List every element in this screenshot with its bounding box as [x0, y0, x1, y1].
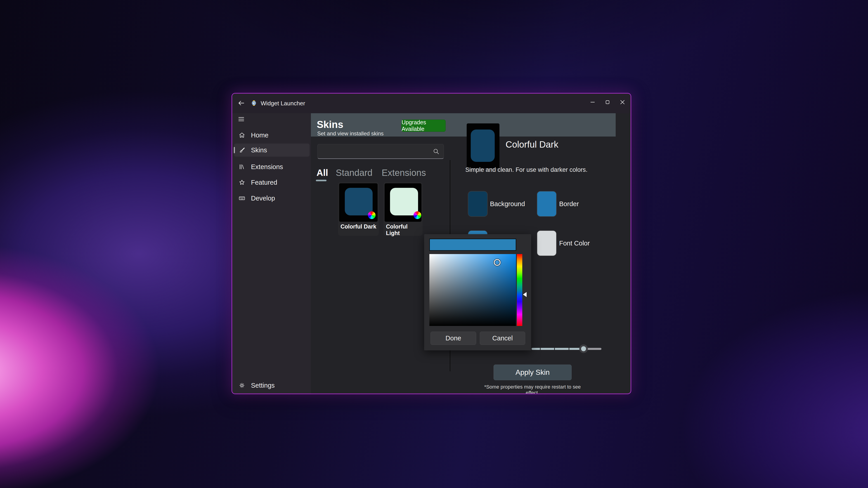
- sidebar-item-label: Develop: [251, 195, 275, 202]
- color-wheel-icon: [368, 212, 376, 219]
- page-title: Skins: [317, 119, 343, 130]
- search-box: [317, 144, 444, 159]
- tab-extensions[interactable]: Extensions: [382, 168, 426, 178]
- upgrades-available-button[interactable]: Upgrades Available: [401, 120, 446, 132]
- page-subtitle: Set and view installed skins: [317, 130, 383, 137]
- sidebar-item-label: Settings: [251, 382, 275, 389]
- restart-footnote: *Some properties may require restart to …: [482, 384, 583, 394]
- window-title: Widget Launcher: [261, 100, 305, 107]
- sidebar-item-label: Featured: [251, 179, 277, 186]
- saturation-value-field[interactable]: [429, 254, 516, 326]
- sidebar-item-label: Extensions: [251, 163, 283, 171]
- titlebar: Widget Launcher: [232, 94, 631, 113]
- color-field-cursor[interactable]: [494, 259, 501, 266]
- search-input[interactable]: [321, 145, 430, 158]
- active-item-accent-bar: [234, 147, 235, 153]
- background-color-swatch[interactable]: [468, 191, 488, 217]
- close-button[interactable]: [617, 97, 628, 107]
- maximize-icon: [605, 100, 610, 104]
- swatch-label-border: Border: [559, 200, 579, 208]
- skin-thumbnail: [339, 183, 378, 222]
- hue-slider[interactable]: [517, 254, 522, 326]
- sidebar-item-settings[interactable]: Settings: [234, 379, 310, 392]
- sidebar-item-featured[interactable]: Featured: [234, 176, 310, 189]
- library-icon: [239, 163, 245, 170]
- detail-skin-description: Simple and clean. For use with darker co…: [465, 166, 587, 173]
- star-icon: [239, 179, 245, 186]
- sidebar-item-label: Skins: [251, 147, 267, 154]
- hue-marker-icon[interactable]: [523, 292, 527, 297]
- hamburger-menu-button[interactable]: [237, 115, 245, 123]
- done-button[interactable]: Done: [431, 332, 476, 345]
- border-color-swatch[interactable]: [537, 191, 557, 217]
- sidebar-item-home[interactable]: Home: [234, 129, 310, 142]
- slider-tick: [569, 348, 569, 350]
- close-icon: [620, 100, 625, 105]
- slider-tick: [554, 348, 555, 350]
- sidebar-item-develop[interactable]: Develop: [234, 192, 310, 205]
- minimize-button[interactable]: [587, 97, 598, 107]
- cancel-button[interactable]: Cancel: [480, 332, 525, 345]
- app-window: Widget Launcher: [231, 93, 631, 394]
- sidebar-item-label: Home: [251, 132, 268, 139]
- hamburger-icon: [238, 116, 245, 123]
- transparency-slider-thumb[interactable]: [579, 345, 588, 353]
- skin-preview-square: [345, 188, 373, 216]
- swatch-label-background: Background: [490, 200, 525, 208]
- apply-skin-button[interactable]: Apply Skin: [494, 365, 571, 380]
- font-color-swatch[interactable]: [537, 230, 557, 256]
- skin-card-colorful-dark[interactable]: Colorful Dark: [338, 182, 379, 236]
- color-wheel-icon: [413, 212, 421, 219]
- paintbrush-icon: [239, 147, 245, 154]
- skin-preview-square: [390, 188, 418, 216]
- tab-all[interactable]: All: [316, 168, 328, 178]
- detail-skin-title: Colorful Dark: [505, 139, 558, 150]
- slider-thumb-inner: [581, 346, 586, 351]
- sidebar-item-extensions[interactable]: Extensions: [234, 160, 310, 173]
- home-icon: [239, 132, 245, 138]
- keyboard-icon: [239, 195, 245, 202]
- detail-skin-thumbnail: [467, 123, 499, 168]
- skin-thumbnail: [384, 183, 422, 222]
- minimize-icon: [590, 100, 595, 105]
- sidebar-item-skins[interactable]: Skins: [234, 143, 310, 157]
- back-button[interactable]: [237, 99, 245, 107]
- back-arrow-icon: [238, 99, 245, 107]
- sidebar: Home Skins Extensions: [232, 113, 311, 394]
- detail-preview-square: [471, 130, 495, 162]
- app-icon: [251, 100, 257, 106]
- search-icon[interactable]: [432, 148, 440, 155]
- gear-icon: [239, 382, 245, 389]
- skin-card-colorful-light[interactable]: Colorful Light: [383, 182, 423, 236]
- active-tab-underline: [316, 180, 327, 181]
- maximize-button[interactable]: [602, 97, 613, 107]
- tab-standard[interactable]: Standard: [336, 168, 372, 178]
- swatch-label-font-color: Font Color: [559, 239, 590, 247]
- skin-name: Colorful Light: [386, 223, 423, 236]
- skin-name: Colorful Dark: [341, 223, 376, 230]
- color-picker-dialog: Done Cancel: [424, 234, 531, 350]
- transparency-slider-track[interactable]: [532, 348, 601, 350]
- slider-tick: [540, 348, 540, 350]
- selected-color-preview: [429, 239, 516, 251]
